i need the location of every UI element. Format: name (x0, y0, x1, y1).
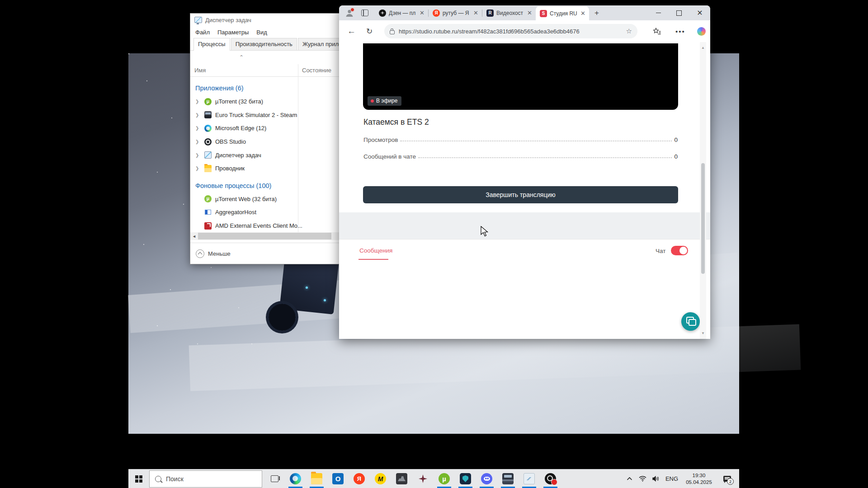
maximize-button[interactable] (669, 5, 689, 20)
pinned-app-discord[interactable] (476, 469, 497, 488)
expand-chevron-icon[interactable]: ❯ (195, 99, 201, 104)
pinned-app-shield-app[interactable] (455, 469, 476, 488)
task-manager-menubar: ФайлПараметрыВид (190, 26, 340, 38)
volume-icon[interactable] (650, 469, 661, 488)
fewer-details-button[interactable]: Меньше (208, 250, 231, 257)
support-chat-fab[interactable] (681, 312, 700, 331)
chevron-up-circle-icon (196, 249, 204, 258)
close-tab-icon[interactable]: ✕ (472, 9, 479, 16)
menu-item-параметры[interactable]: Параметры (217, 29, 249, 36)
taskmgr-tab-0[interactable]: Процессы (193, 38, 230, 51)
chat-toggle[interactable] (671, 246, 688, 255)
process-row[interactable]: ❯Euro Truck Simulator 2 - Steam (190, 108, 340, 122)
messages-tab[interactable]: Сообщения (359, 247, 392, 254)
edge-icon (290, 473, 301, 484)
close-window-button[interactable]: ✕ (689, 5, 710, 20)
rutube-favicon: R (486, 9, 494, 17)
close-tab-icon[interactable]: ✕ (580, 10, 586, 17)
process-group-header[interactable]: Приложения (6) (190, 81, 340, 95)
browser-window: Дзен — пл✕Ярутуб — Я✕RВидеохост✕SСтудия … (339, 5, 710, 339)
task-view-button[interactable] (264, 469, 285, 488)
pinned-app-yandex-browser[interactable]: Я (349, 469, 370, 488)
scrollbar-thumb[interactable] (701, 163, 705, 274)
expand-chevron-icon[interactable]: ❯ (195, 126, 201, 131)
clock[interactable]: 19:30 05.04.2025 (682, 469, 716, 488)
menu-item-вид[interactable]: Вид (256, 29, 267, 36)
explorer-icon (204, 165, 212, 172)
studio-favicon: S (540, 10, 547, 17)
process-row[interactable]: ❯OBS Studio (190, 135, 340, 149)
close-tab-icon[interactable]: ✕ (419, 9, 425, 16)
taskmgr-tab-1[interactable]: Производительность (231, 38, 297, 50)
pinned-app-utorrent[interactable]: µ (434, 469, 455, 488)
clock-time: 19:30 (693, 472, 706, 479)
reload-button[interactable]: ↻ (366, 20, 373, 42)
process-row[interactable]: ❯Microsoft Edge (12) (190, 122, 340, 135)
language-indicator[interactable]: ENG (663, 469, 680, 488)
process-name: µTorrent Web (32 бита) (215, 196, 277, 202)
taskbar-search[interactable]: Поиск (149, 470, 262, 488)
process-row[interactable]: AggregatorHost (190, 206, 340, 219)
sort-indicator-icon[interactable]: ⌃ (239, 54, 244, 61)
pinned-app-mail-ru[interactable]: M (370, 469, 391, 488)
scroll-left-arrow-icon[interactable]: ◄ (190, 232, 198, 240)
notification-center-button[interactable]: 2 (717, 469, 736, 488)
column-header-status[interactable]: Состояние (302, 67, 331, 74)
favorite-star-icon[interactable]: ☆ (626, 27, 632, 35)
address-bar[interactable]: https://studio.rutube.ru/stream/f482ac38… (384, 24, 637, 38)
browser-tab-1[interactable]: Ярутуб — Я✕ (429, 5, 482, 20)
task-manager-footer: Меньше (190, 243, 340, 264)
copilot-icon[interactable] (697, 27, 706, 36)
edge-icon (204, 125, 212, 132)
obs-icon (204, 138, 212, 145)
settings-more-icon[interactable]: ••• (675, 20, 685, 42)
process-row[interactable]: ❯µTorrent (32 бита) (190, 95, 340, 108)
pinned-app-game-star[interactable] (412, 469, 434, 488)
scroll-down-arrow-icon[interactable]: ▼ (700, 331, 706, 335)
expand-chevron-icon[interactable]: ❯ (195, 113, 201, 117)
process-row[interactable]: AMD External Events Client Mo... (190, 219, 340, 233)
browser-toolbar: ← ↻ https://studio.rutube.ru/stream/f482… (339, 20, 710, 42)
pinned-app-obs-recording[interactable] (540, 469, 561, 488)
messages-tab-underline (359, 259, 388, 260)
lock-icon[interactable] (390, 30, 395, 34)
menu-item-файл[interactable]: Файл (195, 29, 210, 36)
browser-tab-3[interactable]: SСтудия RU✕ (536, 6, 589, 20)
page-scrollbar[interactable]: ▲ ▼ (700, 42, 706, 339)
pinned-app-outlook[interactable]: O (327, 469, 349, 488)
process-row[interactable]: ❯Проводник (190, 162, 340, 175)
favorites-hub-icon[interactable] (653, 20, 661, 42)
process-row[interactable]: µTorrent Web (32 бита) (190, 192, 340, 206)
minimize-button[interactable] (648, 5, 669, 20)
wifi-icon[interactable] (637, 469, 648, 488)
pinned-app-ets2[interactable] (497, 469, 519, 488)
pinned-app-explorer[interactable] (306, 469, 327, 488)
stream-video-preview[interactable]: В эфире (363, 43, 678, 110)
horizontal-scrollbar[interactable]: ◄ (190, 232, 340, 240)
scroll-up-arrow-icon[interactable]: ▲ (700, 46, 706, 50)
hidden-icons-chevron[interactable] (624, 469, 635, 488)
pinned-app-edge[interactable] (285, 469, 306, 488)
expand-chevron-icon[interactable]: ❯ (195, 139, 201, 144)
workspaces-icon[interactable] (361, 9, 368, 16)
start-button[interactable] (128, 469, 149, 488)
stream-title: Катаемся в ETS 2 (363, 117, 429, 127)
expand-chevron-icon[interactable]: ❯ (195, 166, 201, 171)
profile-avatar[interactable] (345, 9, 354, 18)
close-tab-icon[interactable]: ✕ (526, 9, 533, 16)
expand-chevron-icon[interactable]: ❯ (195, 153, 201, 158)
url-text[interactable]: https://studio.rutube.ru/stream/f482ac38… (399, 28, 622, 35)
browser-tab-0[interactable]: Дзен — пл✕ (375, 5, 428, 20)
new-tab-button[interactable]: + (594, 9, 599, 18)
process-row[interactable]: ❯Диспетчер задач (190, 148, 340, 162)
task-manager-titlebar[interactable]: Диспетчер задач (190, 14, 340, 26)
end-stream-button[interactable]: Завершить трансляцию (363, 186, 678, 203)
scrollbar-thumb[interactable] (198, 233, 331, 239)
pinned-app-task-manager[interactable] (519, 469, 540, 488)
browser-tab-2[interactable]: RВидеохост✕ (482, 5, 536, 20)
game-star-icon (417, 473, 429, 484)
back-button[interactable]: ← (347, 20, 356, 42)
process-group-header[interactable]: Фоновые процессы (100) (190, 179, 340, 192)
column-header-name[interactable]: Имя (194, 67, 206, 74)
pinned-app-world-of-tanks[interactable] (391, 469, 412, 488)
